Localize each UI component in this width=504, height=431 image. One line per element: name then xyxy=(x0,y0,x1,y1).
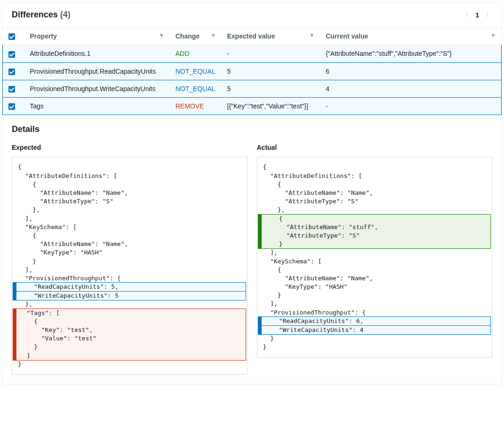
code-line: { xyxy=(257,163,492,171)
cell-current: - xyxy=(320,98,502,115)
next-page-icon[interactable]: 〉 xyxy=(486,11,492,19)
row-checkbox[interactable] xyxy=(8,86,15,92)
col-current-label: Current value xyxy=(326,32,368,40)
cell-change: NOT_EQUAL xyxy=(170,80,222,97)
code-line: { xyxy=(12,163,247,171)
highlighted-block: { "AttributeName": "stuff", "AttributeTy… xyxy=(258,214,491,249)
col-change-label: Change xyxy=(176,32,200,40)
col-current[interactable]: Current value▼ xyxy=(320,28,502,45)
code-line: }, xyxy=(12,300,247,308)
cell-expected: [{"Key":"test","Value":"test"}] xyxy=(222,98,320,115)
code-line: "KeyType": "HASH" xyxy=(257,283,492,291)
code-line: { xyxy=(257,266,492,274)
panel-title: Differences (4) xyxy=(12,10,70,20)
highlighted-block: "WriteCapacityUnits": 5 xyxy=(13,291,246,300)
highlighted-block: "ReadCapacityUnits": 5, xyxy=(13,282,246,292)
code-line: ], xyxy=(257,248,492,257)
details-section: Details Expected { "AttributeDefinitions… xyxy=(2,115,502,384)
cell-current: {"AttributeName":"stuff","AttributeType"… xyxy=(320,45,502,62)
table-row[interactable]: ProvisionedThroughput.ReadCapacityUnitsN… xyxy=(3,62,502,80)
code-line: "AttributeType": "S" xyxy=(12,197,247,206)
code-line: { xyxy=(12,231,247,240)
code-line: ], xyxy=(12,266,247,274)
code-line: { xyxy=(257,180,492,189)
panel-header: Differences (4) 〈 1 〉 xyxy=(2,2,502,28)
select-all-header[interactable] xyxy=(3,28,24,45)
code-line: "AttributeDefinitions": [ xyxy=(257,172,492,180)
cell-property: Tags xyxy=(24,98,170,115)
code-line: "KeySchema": [ xyxy=(257,257,492,266)
details-columns: Expected { "AttributeDefinitions": [ { "… xyxy=(12,144,492,375)
code-line: "AttributeType": "S" xyxy=(257,197,492,206)
sort-icon: ▼ xyxy=(159,32,164,38)
code-line: "KeyType": "HASH" xyxy=(12,248,247,257)
differences-panel: Differences (4) 〈 1 〉 Property▼ Change▼ … xyxy=(2,2,502,385)
page-number: 1 xyxy=(475,11,479,19)
col-property[interactable]: Property▼ xyxy=(24,28,170,45)
code-line: ], xyxy=(12,215,247,223)
code-line: } xyxy=(257,291,492,300)
code-line: "ProvisionedThroughput": { xyxy=(12,274,247,283)
cell-expected: - xyxy=(222,45,320,62)
cell-expected: 5 xyxy=(222,80,320,97)
cell-property: ProvisionedThroughput.WriteCapacityUnits xyxy=(24,80,170,97)
row-checkbox[interactable] xyxy=(8,103,15,110)
code-line: } xyxy=(257,334,492,343)
code-line: } xyxy=(12,360,247,369)
col-property-label: Property xyxy=(30,32,57,40)
highlighted-block: "Tags": [ { "Key": "test", "Value": "tes… xyxy=(13,308,246,361)
code-line: "AttributeDefinitions": [ xyxy=(12,172,247,180)
code-line: } xyxy=(257,343,492,351)
row-checkbox[interactable] xyxy=(8,51,15,58)
expected-codebox: { "AttributeDefinitions": [ { "Attribute… xyxy=(12,157,248,375)
prev-page-icon[interactable]: 〈 xyxy=(462,11,469,19)
actual-codebox: { "AttributeDefinitions": [ { "Attribute… xyxy=(257,157,493,357)
code-line: } xyxy=(12,257,247,266)
code-line: "ProvisionedThroughput": { xyxy=(257,308,492,317)
row-checkbox[interactable] xyxy=(8,69,15,75)
code-line: }, xyxy=(257,206,492,214)
code-line: "AttributeName": "Name", xyxy=(12,240,247,248)
expected-column: Expected { "AttributeDefinitions": [ { "… xyxy=(12,144,248,375)
code-line: "AttributeName": "Name", xyxy=(257,274,492,283)
differences-table: Property▼ Change▼ Expected value▼ Curren… xyxy=(2,28,502,115)
cell-change: REMOVE xyxy=(170,98,222,115)
cell-property: AttributeDefinitions.1 xyxy=(24,45,170,62)
actual-label: Actual xyxy=(257,144,493,151)
code-line: "AttributeName": "Name", xyxy=(12,189,247,197)
details-title: Details xyxy=(12,124,492,134)
cell-expected: 5 xyxy=(222,62,320,80)
cell-property: ProvisionedThroughput.ReadCapacityUnits xyxy=(24,62,170,80)
table-row[interactable]: TagsREMOVE[{"Key":"test","Value":"test"}… xyxy=(3,98,502,115)
highlighted-block: "ReadCapacityUnits": 6, xyxy=(258,316,491,326)
sort-icon: ▼ xyxy=(211,32,216,38)
sort-icon: ▼ xyxy=(310,32,315,38)
title-count: (4) xyxy=(60,10,70,19)
code-line: "AttributeName": "Name", xyxy=(257,189,492,197)
col-expected[interactable]: Expected value▼ xyxy=(222,28,320,45)
expected-label: Expected xyxy=(12,144,248,151)
table-row[interactable]: ProvisionedThroughput.WriteCapacityUnits… xyxy=(3,80,502,97)
col-change[interactable]: Change▼ xyxy=(170,28,222,45)
code-line: }, xyxy=(12,206,247,214)
title-text: Differences xyxy=(12,10,58,19)
sort-icon: ▼ xyxy=(491,32,496,38)
table-body: AttributeDefinitions.1ADD-{"AttributeNam… xyxy=(3,45,502,115)
cell-current: 6 xyxy=(320,62,502,80)
actual-column: Actual { "AttributeDefinitions": [ { "At… xyxy=(257,144,493,375)
highlighted-block: "WriteCapacityUnits": 4 xyxy=(258,325,491,335)
col-expected-label: Expected value xyxy=(227,32,275,40)
code-line: { xyxy=(12,180,247,189)
table-row[interactable]: AttributeDefinitions.1ADD-{"AttributeNam… xyxy=(3,45,502,62)
cell-change: ADD xyxy=(170,45,222,62)
cell-current: 4 xyxy=(320,80,502,97)
pager: 〈 1 〉 xyxy=(462,11,492,19)
code-line: ], xyxy=(257,300,492,308)
cell-change: NOT_EQUAL xyxy=(170,62,222,80)
select-all-checkbox[interactable] xyxy=(8,33,15,40)
table-header-row: Property▼ Change▼ Expected value▼ Curren… xyxy=(3,28,502,45)
code-line: "KeySchema": [ xyxy=(12,223,247,231)
